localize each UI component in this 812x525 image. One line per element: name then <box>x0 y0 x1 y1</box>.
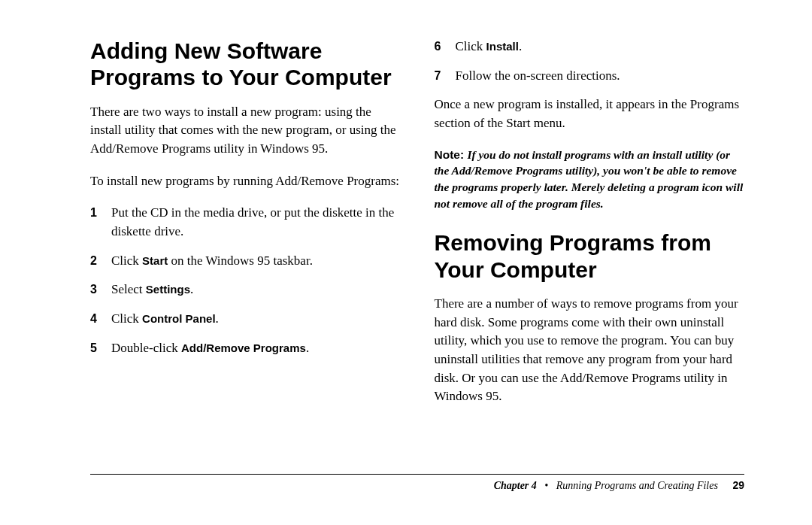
list-item: 5 Double-click Add/Remove Programs. <box>90 339 401 358</box>
step-text: Click Control Panel. <box>111 310 401 329</box>
step-text: Select Settings. <box>111 281 401 299</box>
footer-chapter: Chapter 4 <box>494 480 537 491</box>
step-number: 3 <box>90 281 111 298</box>
heading-removing-programs: Removing Programs from Your Computer <box>435 229 745 283</box>
step-number: 1 <box>90 204 111 221</box>
step-text: Click Install. <box>456 38 745 56</box>
page-number: 29 <box>732 479 744 491</box>
list-item: 4 Click Control Panel. <box>90 310 401 329</box>
step-number: 6 <box>435 38 456 55</box>
intro-paragraph: There are two ways to install a new prog… <box>90 103 401 159</box>
result-paragraph: Once a new program is installed, it appe… <box>435 96 745 132</box>
step-text: Follow the on-screen directions. <box>456 67 745 86</box>
footer-rule <box>90 474 744 475</box>
step-number: 2 <box>90 252 111 269</box>
removing-paragraph: There are a number of ways to remove pro… <box>435 295 745 406</box>
step-text: Click Start on the Windows 95 taskbar. <box>111 252 401 271</box>
list-item: 6 Click Install. <box>435 38 745 56</box>
steps-list-left: 1 Put the CD in the media drive, or put … <box>90 204 401 357</box>
note-paragraph: Note: If you do not install programs wit… <box>435 147 745 212</box>
step-number: 7 <box>435 67 456 84</box>
lead-in-paragraph: To install new programs by running Add/R… <box>90 172 401 191</box>
step-number: 4 <box>90 310 111 327</box>
heading-adding-software: Adding New Software Programs to Your Com… <box>90 38 401 91</box>
step-text: Put the CD in the media drive, or put th… <box>111 204 401 241</box>
list-item: 3 Select Settings. <box>90 281 401 299</box>
left-column: Adding New Software Programs to Your Com… <box>90 38 401 420</box>
steps-list-right: 6 Click Install. 7 Follow the on-screen … <box>435 38 745 85</box>
list-item: 7 Follow the on-screen directions. <box>435 67 745 86</box>
footer-title: Running Programs and Creating Files <box>556 480 718 491</box>
step-text: Double-click Add/Remove Programs. <box>111 339 401 358</box>
list-item: 1 Put the CD in the media drive, or put … <box>90 204 401 241</box>
note-label: Note: <box>435 148 468 161</box>
list-item: 2 Click Start on the Windows 95 taskbar. <box>90 252 401 271</box>
step-number: 5 <box>90 339 111 357</box>
note-body: If you do not install programs with an i… <box>435 148 744 210</box>
right-column: 6 Click Install. 7 Follow the on-screen … <box>435 38 745 420</box>
footer: Chapter 4 • Running Programs and Creatin… <box>90 474 744 492</box>
